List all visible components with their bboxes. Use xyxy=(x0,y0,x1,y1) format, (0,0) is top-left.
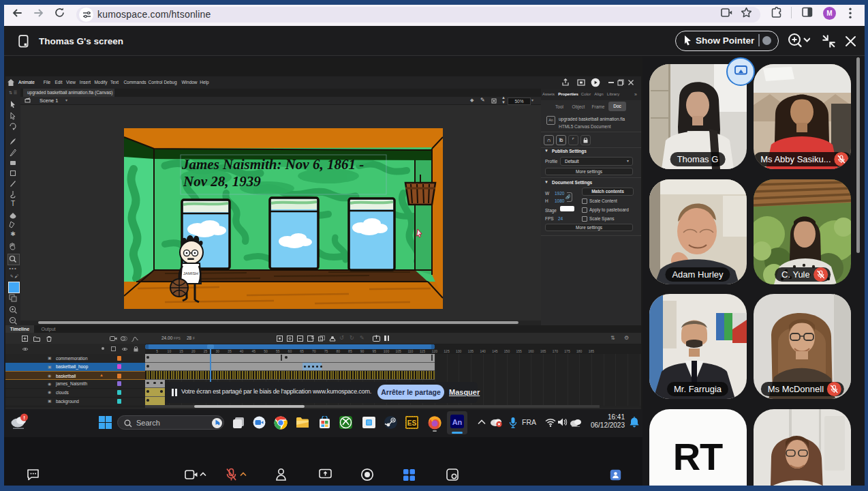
svg-text:!: ! xyxy=(23,415,25,421)
svg-text:JAMISH: JAMISH xyxy=(183,271,198,276)
svg-text:James Naismith: Nov 6, 1861 -: James Naismith: Nov 6, 1861 - xyxy=(181,156,364,173)
svg-text:Nov 28, 1939: Nov 28, 1939 xyxy=(183,173,261,190)
svg-text:ES: ES xyxy=(407,419,417,427)
svg-text:An: An xyxy=(452,418,463,426)
